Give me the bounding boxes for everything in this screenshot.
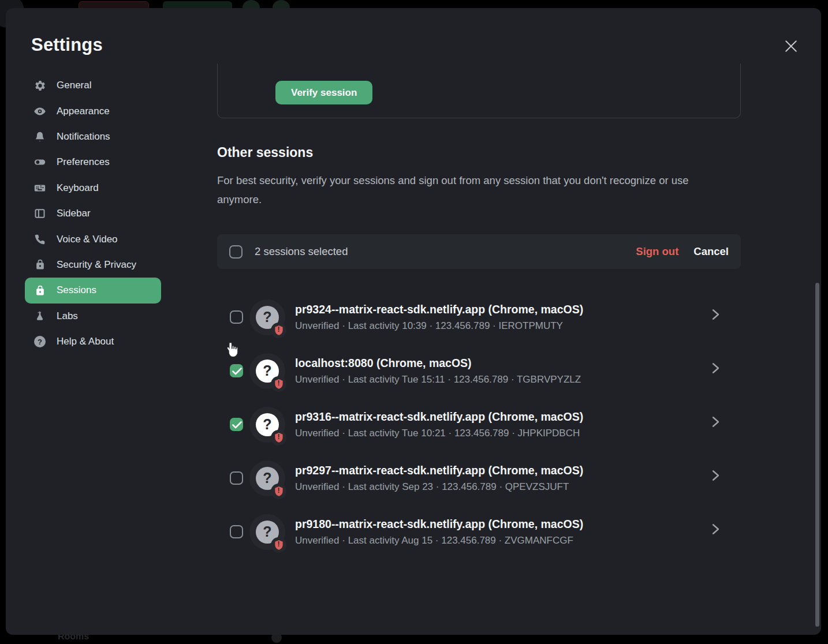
other-sessions-description: For best security, verify your sessions … [217, 171, 696, 209]
nav-label: Sidebar [57, 208, 91, 219]
nav-item-sessions[interactable]: Sessions [25, 278, 161, 303]
unverified-shield-icon: ! [271, 376, 286, 392]
session-checkbox[interactable] [230, 310, 243, 324]
chevron-right-icon[interactable] [711, 362, 720, 376]
unverified-shield-icon: ! [271, 537, 286, 553]
nav-label: Notifications [57, 131, 110, 143]
session-details: Unverified · Last activity 10:39 · 123.4… [295, 320, 583, 332]
session-checkbox[interactable] [230, 525, 243, 538]
lock-icon [33, 284, 46, 297]
selection-count-label: 2 sessions selected [255, 245, 348, 258]
session-name: pr9324--matrix-react-sdk.netlify.app (Ch… [295, 303, 583, 316]
phone-icon [33, 233, 46, 246]
session-details: Unverified · Last activity Aug 15 · 123.… [295, 535, 583, 546]
nav-label: Sessions [57, 284, 96, 296]
nav-item-labs[interactable]: Labs [25, 304, 161, 329]
nav-item-preferences[interactable]: Preferences [25, 149, 161, 175]
session-checkbox[interactable] [230, 418, 243, 431]
session-list: ? ! pr9324--matrix-react-sdk.netlify.app… [217, 290, 741, 559]
close-button[interactable] [778, 33, 804, 59]
session-row[interactable]: ? ! pr9180--matrix-react-sdk.netlify.app… [217, 505, 741, 559]
scrollbar-thumb[interactable] [815, 283, 819, 627]
session-name: pr9297--matrix-react-sdk.netlify.app (Ch… [295, 464, 583, 477]
chevron-right-icon[interactable] [711, 416, 720, 430]
session-avatar: ? ! [249, 353, 285, 389]
settings-dialog: Settings General Appearance Notification… [6, 8, 821, 635]
session-avatar: ? ! [249, 514, 285, 550]
chevron-right-icon[interactable] [711, 523, 720, 537]
unverified-shield-icon: ! [271, 323, 286, 338]
chevron-right-icon[interactable] [711, 470, 720, 484]
close-icon [782, 38, 800, 55]
nav-item-keyboard[interactable]: Keyboard [25, 175, 161, 201]
flask-icon [33, 310, 46, 323]
toggle-icon [33, 156, 46, 169]
session-details: Unverified · Last activity Tue 15:11 · 1… [295, 374, 581, 385]
settings-nav: General Appearance Notifications Prefere… [25, 73, 161, 354]
session-name: pr9180--matrix-react-sdk.netlify.app (Ch… [295, 518, 583, 531]
nav-label: Help & About [57, 336, 114, 347]
session-avatar: ? ! [249, 407, 285, 443]
nav-label: Security & Privacy [57, 259, 136, 271]
session-row[interactable]: ? ! localhost:8080 (Chrome, macOS) Unver… [217, 344, 741, 398]
keyboard-icon [33, 182, 46, 194]
nav-item-general[interactable]: General [25, 73, 161, 98]
other-sessions-title: Other sessions [217, 145, 313, 160]
gear-icon [33, 79, 46, 92]
nav-label: Appearance [57, 106, 110, 117]
nav-label: Keyboard [57, 182, 99, 194]
session-checkbox[interactable] [230, 364, 243, 377]
nav-label: Voice & Video [57, 234, 118, 245]
session-row[interactable]: ? ! pr9297--matrix-react-sdk.netlify.app… [217, 451, 741, 505]
verify-session-button[interactable]: Verify session [275, 81, 372, 104]
selection-bar: 2 sessions selected Sign out Cancel [217, 234, 741, 269]
nav-item-security-privacy[interactable]: Security & Privacy [25, 252, 161, 278]
session-row[interactable]: ? ! pr9324--matrix-react-sdk.netlify.app… [217, 290, 741, 344]
session-avatar: ? ! [249, 299, 285, 335]
cancel-button[interactable]: Cancel [693, 245, 729, 258]
lock-icon [33, 259, 46, 271]
nav-item-appearance[interactable]: Appearance [25, 98, 161, 123]
session-checkbox[interactable] [230, 471, 243, 485]
nav-label: Preferences [57, 156, 110, 168]
help-icon: ? [33, 335, 46, 348]
nav-item-sidebar[interactable]: Sidebar [25, 201, 161, 226]
nav-label: Labs [57, 310, 78, 322]
sign-out-button[interactable]: Sign out [636, 245, 678, 258]
session-row[interactable]: ? ! pr9316--matrix-react-sdk.netlify.app… [217, 398, 741, 451]
sidebar-icon [33, 207, 46, 220]
session-name: localhost:8080 (Chrome, macOS) [295, 357, 581, 370]
nav-item-notifications[interactable]: Notifications [25, 124, 161, 149]
session-name: pr9316--matrix-react-sdk.netlify.app (Ch… [295, 410, 583, 424]
session-details: Unverified · Last activity Tue 10:21 · 1… [295, 428, 583, 439]
nav-label: General [57, 80, 91, 91]
nav-item-help-about[interactable]: ? Help & About [25, 329, 161, 354]
current-session-box: Verify session [217, 63, 741, 118]
session-avatar: ? ! [249, 460, 285, 496]
bell-icon [33, 130, 46, 143]
select-all-checkbox[interactable] [229, 245, 243, 259]
nav-item-voice-video[interactable]: Voice & Video [25, 226, 161, 252]
unverified-shield-icon: ! [271, 484, 286, 499]
unverified-shield-icon: ! [271, 430, 286, 445]
session-details: Unverified · Last activity Sep 23 · 123.… [295, 481, 583, 493]
dialog-title: Settings [31, 35, 103, 55]
chevron-right-icon[interactable] [711, 309, 720, 323]
eye-icon [33, 105, 46, 118]
